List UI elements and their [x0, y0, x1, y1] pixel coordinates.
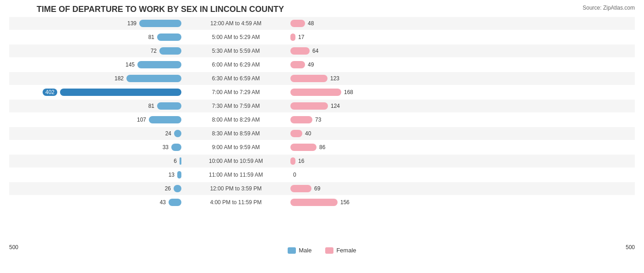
- chart-row: 434:00 PM to 11:59 PM156: [9, 196, 635, 209]
- male-bar-container: 81: [9, 33, 183, 41]
- female-bar: [290, 116, 312, 123]
- female-bar: [290, 157, 295, 165]
- male-bar-container: 145: [9, 61, 183, 68]
- chart-row: 1078:00 AM to 8:29 AM73: [9, 113, 635, 126]
- female-bar: [290, 185, 311, 192]
- time-label: 9:00 AM to 9:59 AM: [183, 144, 289, 150]
- male-value: 107: [132, 117, 146, 123]
- legend-male-box: [288, 247, 296, 254]
- chart-row: 13912:00 AM to 4:59 AM48: [9, 17, 635, 30]
- male-bar-container: 182: [9, 75, 183, 82]
- female-bar-container: 48: [289, 20, 463, 27]
- legend: Male Female: [288, 247, 356, 254]
- male-value: 6: [163, 158, 177, 164]
- male-value: 145: [121, 61, 135, 68]
- female-value: 17: [298, 34, 312, 40]
- time-label: 6:30 AM to 6:59 AM: [183, 75, 289, 82]
- time-label: 12:00 AM to 4:59 AM: [183, 20, 289, 27]
- female-value: 48: [308, 20, 322, 27]
- male-bar: [169, 199, 181, 206]
- time-label: 8:30 AM to 8:59 AM: [183, 130, 289, 137]
- female-bar: [290, 130, 302, 137]
- legend-female-box: [325, 247, 333, 254]
- female-bar-container: 86: [289, 144, 463, 151]
- chart-row: 817:30 AM to 7:59 AM124: [9, 100, 635, 112]
- time-label: 10:00 AM to 10:59 AM: [183, 158, 289, 164]
- chart-row: 248:30 AM to 8:59 AM40: [9, 127, 635, 140]
- male-value: 33: [155, 144, 169, 150]
- female-value: 86: [319, 144, 333, 150]
- female-value: 168: [344, 89, 358, 95]
- male-bar: [159, 47, 181, 55]
- female-bar-container: 64: [289, 47, 463, 55]
- chart-row: 815:00 AM to 5:29 AM17: [9, 31, 635, 44]
- legend-female: Female: [325, 247, 356, 254]
- chart-row: 1826:30 AM to 6:59 AM123: [9, 72, 635, 85]
- female-value: 124: [331, 103, 344, 109]
- axis-row: 500 Male Female 500: [9, 242, 635, 256]
- female-bar-container: 17: [289, 33, 463, 41]
- female-bar: [290, 33, 295, 41]
- legend-male-label: Male: [299, 247, 311, 254]
- male-bar: [157, 102, 181, 110]
- male-bar-container: 33: [9, 144, 183, 151]
- male-bar: [177, 171, 181, 178]
- male-value: 182: [110, 75, 124, 82]
- male-bar: [139, 20, 181, 27]
- chart-title: TIME OF DEPARTURE TO WORK BY SEX IN LINC…: [9, 5, 635, 14]
- time-label: 7:00 AM to 7:29 AM: [183, 89, 289, 95]
- female-bar: [290, 61, 305, 68]
- female-bar-container: 16: [289, 157, 463, 165]
- time-label: 6:00 AM to 6:29 AM: [183, 61, 289, 68]
- female-bar: [290, 20, 305, 27]
- male-bar: [171, 144, 181, 151]
- male-bar-container: 13: [9, 171, 183, 178]
- female-bar: [290, 47, 310, 55]
- female-bar: [290, 102, 328, 110]
- axis-left: 500: [9, 244, 18, 254]
- male-bar-container: 81: [9, 102, 183, 110]
- chart-row: 725:30 AM to 5:59 AM64: [9, 45, 635, 57]
- male-bar: [149, 116, 181, 123]
- female-value: 69: [314, 185, 328, 192]
- female-bar-container: 69: [289, 185, 463, 192]
- female-value: 49: [308, 61, 322, 68]
- male-value: 13: [161, 172, 175, 178]
- male-bar-container: 139: [9, 20, 183, 27]
- male-bar: [126, 75, 181, 82]
- female-bar-container: 49: [289, 61, 463, 68]
- chart-row: 610:00 AM to 10:59 AM16: [9, 155, 635, 167]
- male-bar-container: 6: [9, 157, 183, 165]
- male-bar: [180, 157, 181, 165]
- female-value: 64: [312, 48, 326, 54]
- chart-row: 1311:00 AM to 11:59 AM0: [9, 168, 635, 181]
- chart-row: 1456:00 AM to 6:29 AM49: [9, 58, 635, 71]
- female-bar: [290, 75, 327, 82]
- source-text: Source: ZipAtlas.com: [583, 5, 635, 11]
- time-label: 5:00 AM to 5:29 AM: [183, 34, 289, 40]
- male-bar-container: 107: [9, 116, 183, 123]
- female-bar-container: 124: [289, 102, 463, 110]
- female-bar-container: 40: [289, 130, 463, 137]
- male-bar: [174, 185, 181, 192]
- male-bar-container: 402: [9, 89, 183, 96]
- chart-area: 13912:00 AM to 4:59 AM48815:00 AM to 5:2…: [9, 17, 635, 240]
- male-value: 26: [157, 185, 171, 192]
- time-label: 7:30 AM to 7:59 AM: [183, 103, 289, 109]
- male-value: 139: [123, 20, 136, 27]
- male-value: 72: [143, 48, 157, 54]
- legend-female-label: Female: [336, 247, 356, 254]
- legend-male: Male: [288, 247, 311, 254]
- male-value: 24: [158, 130, 171, 137]
- male-value: 81: [141, 103, 154, 109]
- female-bar: [290, 144, 317, 151]
- male-bar-container: 72: [9, 47, 183, 55]
- female-value: 16: [298, 158, 312, 164]
- female-bar-container: 168: [289, 89, 463, 96]
- male-value: 43: [152, 199, 166, 206]
- chart-row: 4027:00 AM to 7:29 AM168: [9, 86, 635, 99]
- male-bar: [60, 89, 181, 96]
- axis-right: 500: [626, 244, 635, 254]
- female-bar-container: 0: [289, 171, 463, 178]
- chart-row: 339:00 AM to 9:59 AM86: [9, 141, 635, 154]
